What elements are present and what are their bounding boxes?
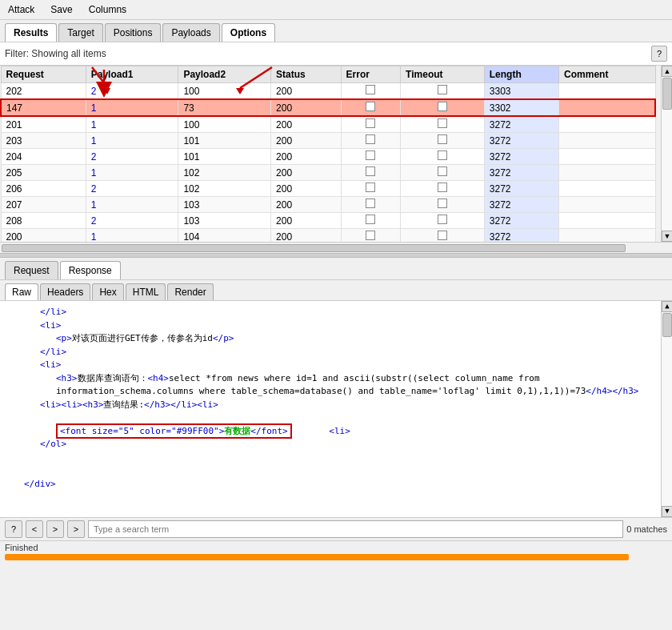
search-input[interactable]: [88, 520, 623, 538]
error-checkbox: [366, 199, 375, 208]
line-7: <li><li><h3>查询结果:</h3></li><li>: [40, 399, 651, 412]
scroll-down-btn[interactable]: ▼: [662, 231, 672, 242]
filter-text: Filter: Showing all items: [5, 48, 106, 59]
bottom-next-button[interactable]: >: [67, 520, 85, 538]
table-vscrollbar[interactable]: ▲ ▼: [661, 66, 672, 242]
tab-results[interactable]: Results: [5, 23, 57, 42]
line-4: </li>: [40, 346, 651, 359]
content-scroll-up[interactable]: ▲: [662, 301, 672, 312]
main-tab-bar: Results Target Positions Payloads Option…: [0, 20, 672, 42]
content-lines: </li> <li> <p>对该页面进行GET传参，传参名为id</p> </l…: [8, 306, 651, 517]
col-error[interactable]: Error: [341, 66, 401, 83]
error-checkbox: [366, 102, 375, 111]
bottom-forward-button[interactable]: >: [46, 520, 64, 538]
cell-comment: [559, 83, 655, 100]
filter-bar: Filter: Showing all items ?: [0, 42, 672, 66]
table-row[interactable]: 206 2 102 200 3272: [1, 181, 655, 197]
cell-comment: [559, 165, 655, 181]
tab-positions[interactable]: Positions: [105, 23, 162, 42]
col-status[interactable]: Status: [271, 66, 341, 83]
scroll-thumb[interactable]: [662, 78, 672, 110]
timeout-checkbox: [438, 183, 447, 192]
h-scroll-thumb[interactable]: [2, 244, 626, 252]
table-scroll[interactable]: Request Payload1 Payload2 Status Error T…: [0, 66, 656, 242]
cell-status: 200: [271, 99, 341, 116]
cell-request: 202: [1, 83, 86, 100]
scroll-up-btn[interactable]: ▲: [662, 66, 672, 77]
timeout-checkbox: [438, 150, 447, 160]
bottom-back-button[interactable]: <: [26, 520, 43, 538]
table-row[interactable]: 201 1 100 200 3272: [1, 116, 655, 133]
table-row[interactable]: 202 2 100 200 3303: [1, 83, 655, 100]
cell-request: 205: [1, 165, 86, 181]
line-14: [8, 491, 651, 504]
col-length[interactable]: Length: [484, 66, 558, 83]
cell-payload2: 102: [178, 181, 271, 197]
table-row[interactable]: 207 1 103 200 3272: [1, 197, 655, 213]
cell-length: 3272: [484, 116, 558, 133]
table-row[interactable]: 147 1 73 200 3302: [1, 99, 655, 116]
table-row[interactable]: 208 2 103 200 3272: [1, 213, 655, 229]
view-tab-headers[interactable]: Headers: [40, 283, 90, 300]
timeout-checkbox: [438, 102, 447, 111]
status-text: Finished: [5, 543, 38, 552]
cell-timeout: [401, 83, 485, 100]
col-timeout[interactable]: Timeout: [401, 66, 485, 83]
col-payload1[interactable]: Payload1: [86, 66, 178, 83]
line-2: <li>: [40, 319, 651, 333]
cell-length: 3272: [484, 229, 558, 243]
col-request[interactable]: Request: [1, 66, 86, 83]
tab-response[interactable]: Response: [60, 261, 121, 279]
col-payload2[interactable]: Payload2: [178, 66, 271, 83]
view-tab-hex[interactable]: Hex: [92, 283, 123, 300]
cell-payload1: 2: [86, 83, 178, 100]
tab-options[interactable]: Options: [222, 23, 275, 42]
tab-payloads[interactable]: Payloads: [162, 23, 219, 42]
menu-columns[interactable]: Columns: [86, 2, 130, 17]
h-scrollbar[interactable]: [0, 242, 672, 253]
match-count: 0 matches: [626, 524, 667, 534]
cell-comment: [559, 197, 655, 213]
line-10: </ol>: [40, 438, 651, 451]
table-row[interactable]: 204 2 101 200 3272: [1, 149, 655, 165]
cell-timeout: [401, 229, 485, 243]
view-tab-render[interactable]: Render: [167, 283, 213, 300]
timeout-checkbox: [438, 215, 447, 224]
bottom-help-button[interactable]: ?: [5, 520, 22, 538]
col-comment[interactable]: Comment: [559, 66, 655, 83]
table-row[interactable]: 205 1 102 200 3272: [1, 165, 655, 181]
cell-payload1: 2: [86, 181, 178, 197]
cell-error: [341, 116, 401, 133]
results-table: Request Payload1 Payload2 Status Error T…: [0, 66, 656, 242]
cell-error: [341, 133, 401, 149]
cell-request: 204: [1, 149, 86, 165]
cell-comment: [559, 229, 655, 243]
view-tab-raw[interactable]: Raw: [5, 283, 38, 300]
table-row[interactable]: 200 1 104 200 3272: [1, 229, 655, 243]
tab-target[interactable]: Target: [58, 23, 102, 42]
content-scroll-thumb[interactable]: [662, 313, 672, 337]
view-tab-html[interactable]: HTML: [126, 283, 166, 300]
filter-help-button[interactable]: ?: [651, 46, 667, 62]
content-vscrollbar[interactable]: ▲ ▼: [661, 301, 672, 517]
content-scroll-track[interactable]: [662, 312, 672, 506]
bottom-bar: ? < > > 0 matches: [0, 517, 672, 540]
table-row[interactable]: 203 1 101 200 3272: [1, 133, 655, 149]
timeout-checkbox: [438, 118, 447, 128]
tab-request[interactable]: Request: [5, 261, 58, 279]
cell-error: [341, 197, 401, 213]
cell-timeout: [401, 213, 485, 229]
menu-attack[interactable]: Attack: [5, 2, 38, 17]
cell-status: 200: [271, 165, 341, 181]
menu-save[interactable]: Save: [47, 2, 75, 17]
line-13: </div>: [24, 478, 651, 492]
content-scroll-down[interactable]: ▼: [662, 506, 672, 517]
error-checkbox: [366, 150, 375, 160]
response-content[interactable]: ▲ ▼ </li> <li> <p>对该页面进行GET传参，传参名为id</p>…: [0, 301, 672, 517]
scroll-track[interactable]: [662, 77, 672, 231]
cell-error: [341, 181, 401, 197]
cell-error: [341, 83, 401, 100]
cell-payload2: 101: [178, 149, 271, 165]
cell-error: [341, 99, 401, 116]
cell-status: 200: [271, 197, 341, 213]
